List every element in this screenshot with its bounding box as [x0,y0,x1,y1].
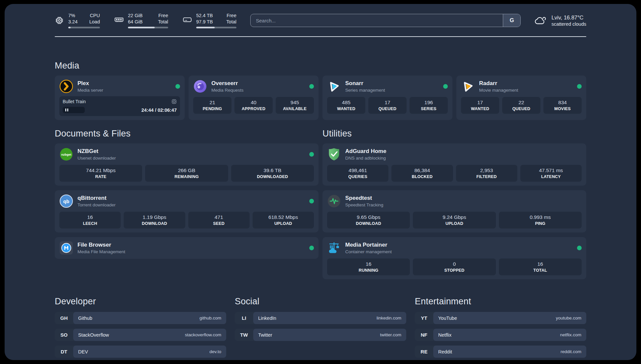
memory-widget: 22 GiB 64 GiB Free Total [114,13,168,28]
stat-rate: 744.21 Mbps RATE [59,165,142,182]
app-name: NZBGet [77,148,116,155]
stat-queued: 22 QUEUED [502,97,540,114]
link-abbr: SO [55,332,73,338]
link-netflix[interactable]: NF Netflix netflix.com [415,329,586,341]
disk-progress-bar [196,27,236,28]
link-abbr: TW [235,332,253,338]
link-reddit[interactable]: RE Reddit reddit.com [415,346,586,358]
filebrowser-icon [59,241,73,255]
qbittorrent-icon: qb [59,194,73,208]
stat-wanted: 485 WANTED [327,97,365,114]
app-subtitle: Series management [345,88,385,93]
stat-ping: 0.993 ms PING [499,212,582,228]
app-card-plex[interactable]: Plex Media server Bullet Train [55,76,185,120]
stat-download: 1.19 Gbps DOWNLOAD [124,212,185,228]
app-name: qBittorrent [77,195,116,201]
stat-latency: 47.571 ms LATENCY [520,165,582,182]
playback-progress [63,107,85,113]
stat-running: 16 RUNNING [327,258,410,275]
plex-icon [59,79,73,93]
status-dot [309,199,314,203]
stat-available: 945 AVAILABLE [276,97,314,114]
app-card-filebrowser[interactable]: File Browser Media File Management [55,237,319,259]
disk-widget: 52.4 TB 97.9 TB Free Total [183,13,236,28]
ram-icon [114,16,124,25]
section-heading-entertainment: Entertainment [415,296,586,307]
status-dot [175,84,180,89]
plex-now-playing: Bullet Train 24:44 / 02:06:47 [59,96,180,116]
app-subtitle: DNS and adblocking [345,156,386,161]
link-youtube[interactable]: YT YouTube youtube.com [415,312,586,324]
link-abbr: LI [235,315,253,321]
section-heading-social: Social [235,296,406,307]
app-subtitle: Speedtest Tracking [345,202,383,207]
link-abbr: NF [415,332,433,338]
memory-free-value: 22 GiB [128,13,142,19]
adguard-shield-icon [327,147,341,161]
svg-text:qb: qb [63,198,69,204]
app-name: Radarr [479,80,518,87]
app-card-adguard[interactable]: AdGuard Home DNS and adblocking 498,461 … [322,143,586,186]
session-target-icon[interactable] [171,99,177,104]
app-card-overseerr[interactable]: Overseerr Media Requests 21 PENDING 40 A… [189,76,319,120]
stat-filtered: 2,953 FILTERED [456,165,517,182]
app-subtitle: Usenet downloader [77,156,116,161]
stat-stopped: 0 STOPPED [413,258,496,275]
stat-downloaded: 39.6 TB DOWNLOADED [231,165,314,182]
cpu-usage-value: 7% [68,13,77,19]
search-input[interactable] [251,14,503,27]
app-name: Media Portainer [345,242,392,248]
app-card-portainer[interactable]: Media Portainer Container management 16 … [322,237,586,279]
status-dot [577,246,582,250]
section-heading-developer: Developer [55,296,226,307]
app-card-sonarr[interactable]: Sonarr Series management 485 WANTED 17 Q… [322,76,452,120]
stat-upload: 618.52 Mbps UPLOAD [253,212,314,228]
app-card-radarr[interactable]: Radarr Movie management 17 WANTED 22 QUE… [456,76,586,120]
link-github[interactable]: GH Github github.com [55,312,226,324]
stat-leech: 16 LEECH [59,212,121,228]
stat-approved: 40 APPROVED [234,97,273,114]
link-dev[interactable]: DT DEV dev.to [55,346,226,358]
speedtest-pulse-icon [327,194,341,208]
sonarr-icon [327,79,341,93]
search-engine-button[interactable]: G [503,14,520,27]
disk-total-label: Total [226,19,236,25]
disk-free-value: 52.4 TB [196,13,213,19]
app-card-qbittorrent[interactable]: qb qBittorrent Torrent downloader 16 LEE… [55,190,319,232]
app-name: Sonarr [345,80,385,87]
link-stackoverflow[interactable]: SO StackOverflow stackoverflow.com [55,329,226,341]
stat-total: 16 TOTAL [499,258,582,275]
stat-blocked: 86,384 BLOCKED [391,165,453,182]
disk-total-value: 97.9 TB [196,19,213,25]
app-name: Overseerr [211,80,244,87]
app-subtitle: Torrent downloader [77,202,116,207]
stat-pending: 21 PENDING [193,97,231,114]
app-name: Speedtest [345,195,383,201]
link-abbr: YT [415,315,433,321]
stat-download: 9.65 Gbps DOWNLOAD [327,212,410,228]
stat-remaining: 266 GB REMAINING [145,165,228,182]
status-dot [577,84,582,89]
disk-free-label: Free [226,13,236,19]
app-name: AdGuard Home [345,148,386,155]
memory-free-label: Free [158,13,168,19]
status-dot [309,152,314,157]
app-card-speedtest[interactable]: Speedtest Speedtest Tracking 9.65 Gbps D… [322,190,586,232]
stat-seed: 471 SEED [188,212,250,228]
app-card-nzbget[interactable]: nzbget NZBGet Usenet downloader 744.21 M… [55,143,319,186]
app-name: File Browser [77,242,125,248]
stat-upload: 9.24 Gbps UPLOAD [413,212,496,228]
radarr-icon [461,79,475,93]
cpu-chip-icon [55,16,64,25]
memory-total-value: 64 GiB [128,19,142,25]
app-name: Plex [77,80,103,87]
link-abbr: DT [55,349,73,354]
link-linkedin[interactable]: LI LinkedIn linkedin.com [235,312,406,324]
portainer-crane-icon [327,241,341,255]
cpu-load-value: 3.24 [68,19,77,25]
link-abbr: RE [415,349,433,354]
status-dot [309,246,314,250]
weather-condition: scattered clouds [551,21,586,27]
link-twitter[interactable]: TW Twitter twitter.com [235,329,406,341]
section-heading-media: Media [55,61,586,71]
